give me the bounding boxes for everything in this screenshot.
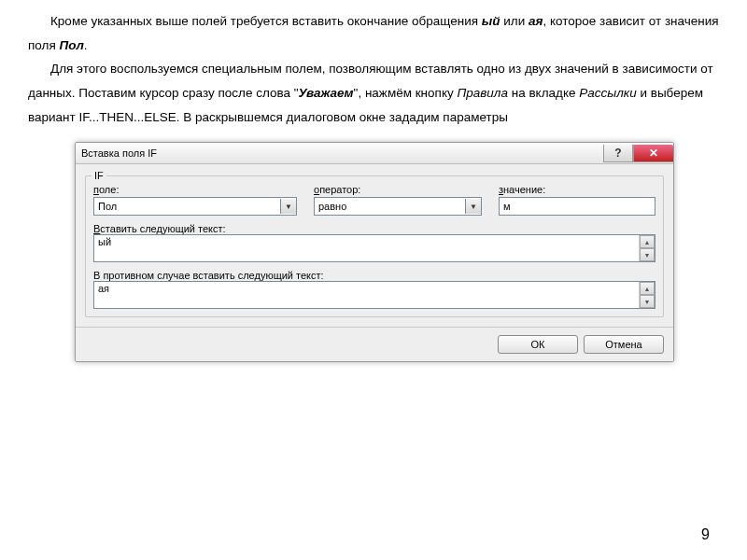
text-italic: Пол bbox=[59, 38, 83, 52]
text: ", нажмём кнопку bbox=[354, 86, 458, 100]
cancel-button[interactable]: Отмена bbox=[584, 335, 664, 354]
insert-false-textarea[interactable]: ая ▲ ▼ bbox=[93, 281, 655, 309]
paragraph-1: Кроме указанных выше полей требуется вст… bbox=[28, 9, 719, 57]
help-button[interactable]: ? bbox=[604, 145, 633, 162]
window-controls: ? ✕ bbox=[603, 145, 673, 162]
chevron-down-icon[interactable]: ▼ bbox=[465, 199, 481, 214]
dialog-body: IF поле: Пол ▼ оператор: равно ▼ bbox=[76, 164, 673, 327]
text-italic: ый bbox=[482, 14, 500, 28]
field-label: поле: bbox=[93, 184, 297, 195]
insert-false-value: ая bbox=[94, 282, 639, 308]
scroll-down-icon[interactable]: ▼ bbox=[640, 248, 655, 261]
close-icon: ✕ bbox=[649, 147, 658, 160]
operator-combo[interactable]: равно ▼ bbox=[314, 197, 482, 216]
scrollbar[interactable]: ▲ ▼ bbox=[639, 235, 655, 261]
text-italic: ая bbox=[529, 14, 543, 28]
field-value: Пол bbox=[94, 201, 280, 212]
close-button[interactable]: ✕ bbox=[633, 145, 673, 162]
dialog-title: Вставка поля IF bbox=[81, 147, 603, 159]
insert-false-label: В противном случае вставить следующий те… bbox=[93, 270, 655, 281]
text: или bbox=[500, 14, 529, 28]
paragraph-2: Для этого воспользуемся специальным поле… bbox=[28, 57, 719, 129]
ok-button[interactable]: ОК bbox=[498, 335, 578, 354]
insert-true-label: Вставить следующий текст: bbox=[93, 223, 655, 234]
operator-label: оператор: bbox=[314, 184, 482, 195]
value-label: значение: bbox=[499, 184, 655, 195]
text: . В раскрывшемся диалоговом окне зададим… bbox=[176, 110, 508, 124]
scroll-up-icon[interactable]: ▲ bbox=[640, 235, 655, 248]
if-legend: IF bbox=[92, 170, 106, 181]
value-text: м bbox=[503, 201, 511, 212]
dialog-insert-if: Вставка поля IF ? ✕ IF поле: Пол ▼ bbox=[75, 142, 674, 362]
text-italic: Уважаем bbox=[299, 86, 354, 100]
help-icon: ? bbox=[614, 147, 621, 160]
dialog-buttons: ОК Отмена bbox=[76, 327, 673, 361]
field-combo[interactable]: Пол ▼ bbox=[93, 197, 297, 216]
text-italic: Правила bbox=[457, 86, 507, 100]
titlebar[interactable]: Вставка поля IF ? ✕ bbox=[76, 143, 673, 164]
scroll-up-icon[interactable]: ▲ bbox=[640, 282, 655, 295]
scrollbar[interactable]: ▲ ▼ bbox=[639, 282, 655, 308]
insert-true-textarea[interactable]: ый ▲ ▼ bbox=[93, 234, 655, 262]
page-number: 9 bbox=[701, 526, 710, 543]
insert-true-value: ый bbox=[94, 235, 639, 261]
value-input[interactable]: м bbox=[499, 197, 655, 216]
chevron-down-icon[interactable]: ▼ bbox=[280, 199, 296, 214]
text-italic: Рассылки bbox=[579, 86, 636, 100]
text: IF...THEN...ELSE bbox=[78, 110, 176, 124]
if-group: IF поле: Пол ▼ оператор: равно ▼ bbox=[85, 175, 664, 317]
operator-value: равно bbox=[315, 201, 465, 212]
text: . bbox=[84, 38, 88, 52]
document-text: Кроме указанных выше полей требуется вст… bbox=[0, 0, 747, 129]
scroll-down-icon[interactable]: ▼ bbox=[640, 295, 655, 308]
text: Кроме указанных выше полей требуется вст… bbox=[50, 14, 482, 28]
text: на вкладке bbox=[508, 86, 579, 100]
